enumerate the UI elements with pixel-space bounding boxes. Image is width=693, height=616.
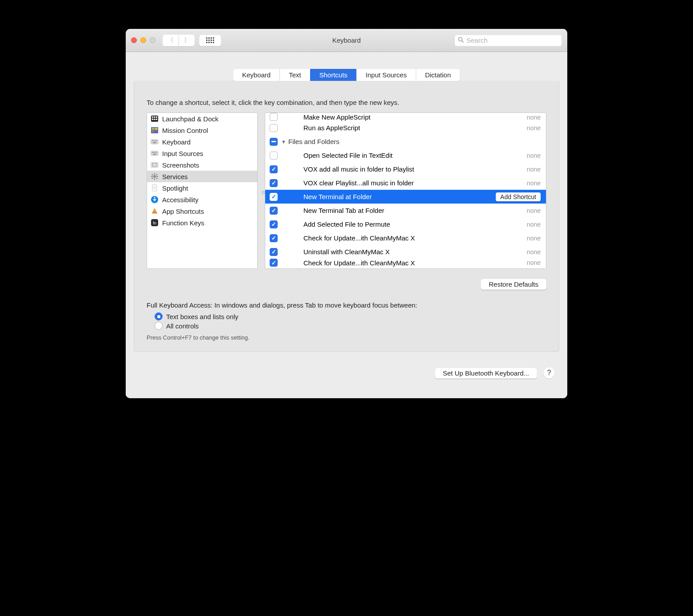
service-row[interactable]: New Terminal Tab at Foldernone <box>265 204 546 217</box>
checkbox[interactable] <box>270 220 278 228</box>
shortcut-value: none <box>514 207 541 214</box>
show-all-button[interactable] <box>199 35 221 46</box>
sidebar-item-input-sources[interactable]: Input Sources <box>147 148 257 159</box>
preferences-window: 〈 〉 Keyboard KeyboardTextShortcutsInput … <box>126 29 567 398</box>
service-row[interactable]: VOX add all music in folder to Playlistn… <box>265 162 546 176</box>
service-row[interactable]: Check for Update...ith CleanMyMac Xnone <box>265 231 546 245</box>
sidebar-item-screenshots[interactable]: Screenshots <box>147 159 257 171</box>
checkbox[interactable] <box>270 248 278 256</box>
checkbox[interactable] <box>270 179 278 187</box>
fka-radio-group: Text boxes and lists only All controls <box>155 312 546 330</box>
svg-rect-17 <box>155 140 155 141</box>
keyboard-icon <box>151 138 159 146</box>
sidebar-item-label: Accessibility <box>162 196 199 204</box>
columns: Launchpad & DockMission ControlKeyboardI… <box>147 112 546 269</box>
service-row[interactable]: Open Selected File in TextEditnone <box>265 148 546 162</box>
minimize-window-button[interactable] <box>140 37 146 43</box>
add-shortcut-button[interactable]: Add Shortcut <box>496 192 541 201</box>
service-row[interactable]: Add Selected File to Permutenone <box>265 217 546 231</box>
footer: Set Up Bluetooth Keyboard... ? <box>126 367 567 388</box>
svg-rect-25 <box>153 154 156 155</box>
column-resize-handle[interactable] <box>262 191 265 194</box>
row-label: Make New AppleScript <box>303 113 514 121</box>
shortcut-value: none <box>514 166 541 173</box>
search-input[interactable] <box>466 36 558 44</box>
sidebar-item-launchpad-dock[interactable]: Launchpad & Dock <box>147 113 257 124</box>
sidebar-item-services[interactable]: Services <box>147 171 257 182</box>
row-label: Files and Folders <box>288 138 541 145</box>
chevron-right-icon: 〉 <box>184 36 190 44</box>
svg-rect-12 <box>152 131 155 133</box>
svg-rect-30 <box>154 178 155 180</box>
row-label: Check for Update...ith CleanMyMac X <box>303 259 514 267</box>
service-row[interactable]: VOX clear Playlist...all music in folder… <box>265 176 546 190</box>
checkbox[interactable] <box>270 234 278 242</box>
app-shortcuts-icon <box>151 207 159 215</box>
shortcut-value: none <box>514 235 541 242</box>
row-label: New Terminal at Folder <box>303 193 496 200</box>
full-keyboard-access-label: Full Keyboard Access: In windows and dia… <box>147 301 546 309</box>
search-field[interactable] <box>454 35 562 46</box>
restore-defaults-button[interactable]: Restore Defaults <box>481 279 546 290</box>
service-row[interactable]: New Terminal at FolderAdd Shortcut <box>265 190 546 204</box>
radio-button-off-icon <box>155 322 163 330</box>
sidebar-item-function-keys[interactable]: fnFunction Keys <box>147 217 257 228</box>
launchpad-icon <box>151 115 159 123</box>
radio-button-on-icon <box>155 312 163 320</box>
tab-input-sources[interactable]: Input Sources <box>356 69 416 81</box>
checkbox[interactable] <box>270 193 278 201</box>
fn-icon: fn <box>151 219 159 227</box>
row-label: Uninstall with CleanMyMac X <box>303 248 514 256</box>
svg-rect-10 <box>152 128 155 130</box>
setup-bluetooth-button[interactable]: Set Up Bluetooth Keyboard... <box>435 368 537 379</box>
tab-shortcuts[interactable]: Shortcuts <box>310 69 356 81</box>
category-sidebar[interactable]: Launchpad & DockMission ControlKeyboardI… <box>147 112 258 269</box>
keyboard-icon <box>151 149 159 157</box>
services-list[interactable]: Make New AppleScriptnoneRun as AppleScri… <box>265 112 546 269</box>
tab-dictation[interactable]: Dictation <box>416 69 460 81</box>
spotlight-icon <box>151 184 159 192</box>
checkbox[interactable] <box>270 259 278 267</box>
row-label: Open Selected File in TextEdit <box>303 152 514 159</box>
shortcut-value: none <box>514 180 541 187</box>
sidebar-item-accessibility[interactable]: Accessibility <box>147 194 257 205</box>
checkbox[interactable] <box>270 165 278 173</box>
disclosure-triangle-icon[interactable]: ▼ <box>281 139 288 144</box>
sidebar-item-keyboard[interactable]: Keyboard <box>147 136 257 148</box>
checkbox[interactable] <box>270 207 278 215</box>
sidebar-item-label: Function Keys <box>162 219 204 227</box>
radio-label: Text boxes and lists only <box>166 313 239 320</box>
svg-rect-15 <box>152 140 153 141</box>
close-window-button[interactable] <box>131 37 137 43</box>
checkbox[interactable] <box>270 113 278 121</box>
help-button[interactable]: ? <box>543 367 555 379</box>
tab-keyboard[interactable]: Keyboard <box>233 69 279 81</box>
group-header[interactable]: ▼Files and Folders <box>265 135 546 148</box>
fka-option-all-controls[interactable]: All controls <box>155 322 546 330</box>
checkbox[interactable] <box>270 138 278 146</box>
fka-option-text-boxes[interactable]: Text boxes and lists only <box>155 312 546 320</box>
sidebar-item-label: Screenshots <box>162 161 199 169</box>
row-label: Check for Update...ith CleanMyMac X <box>303 234 514 242</box>
shortcut-value: none <box>514 259 541 266</box>
row-label: Run as AppleScript <box>303 124 514 132</box>
svg-point-28 <box>153 175 156 178</box>
tab-text[interactable]: Text <box>279 69 310 81</box>
sidebar-item-app-shortcuts[interactable]: App Shortcuts <box>147 205 257 217</box>
back-button[interactable]: 〈 <box>163 35 179 46</box>
svg-rect-20 <box>151 151 158 156</box>
checkbox[interactable] <box>270 124 278 132</box>
service-row[interactable]: Run as AppleScriptnone <box>265 121 546 135</box>
svg-rect-16 <box>153 140 154 141</box>
zoom-window-button[interactable] <box>150 37 155 43</box>
sidebar-item-label: App Shortcuts <box>162 208 204 215</box>
service-row[interactable]: Check for Update...ith CleanMyMac Xnone <box>265 259 546 267</box>
forward-button[interactable]: 〉 <box>179 35 195 46</box>
svg-rect-32 <box>156 176 158 177</box>
shortcut-value: none <box>514 114 541 121</box>
checkbox[interactable] <box>270 152 278 160</box>
sidebar-item-spotlight[interactable]: Spotlight <box>147 182 257 194</box>
sidebar-item-mission-control[interactable]: Mission Control <box>147 124 257 136</box>
service-row[interactable]: Uninstall with CleanMyMac Xnone <box>265 245 546 259</box>
service-row[interactable]: Make New AppleScriptnone <box>265 113 546 121</box>
